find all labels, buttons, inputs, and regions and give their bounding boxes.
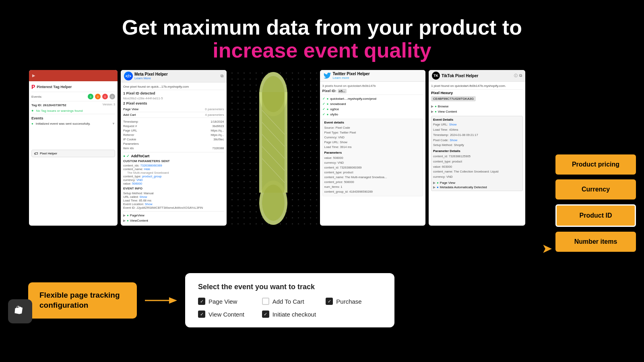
tiktok-load-time-val: 434ms bbox=[449, 128, 458, 133]
twitter-learn-more[interactable]: Learn more bbox=[333, 76, 370, 80]
meta-timestamp-label: Timestamp bbox=[123, 120, 138, 123]
initiate-checkout-checkbox-checked: ✓ bbox=[262, 311, 269, 318]
tiktok-value-label: value: bbox=[433, 165, 441, 169]
initiate-checkout-label: Initiate checkout bbox=[272, 311, 316, 318]
meta-learn-more[interactable]: Learn More bbox=[134, 76, 168, 80]
green-badge: 3 bbox=[88, 94, 93, 99]
twitter-source: Source: Pixel Code bbox=[324, 125, 421, 130]
meta-view-content-item: ViewContent bbox=[130, 219, 148, 222]
checkbox-view-content[interactable]: ✓ View Content bbox=[198, 311, 254, 318]
product-id-arrow: ➤ bbox=[542, 242, 551, 255]
meta-page-view-params: 0 parameters bbox=[205, 107, 224, 111]
pinterest-no-issues: No Tag issues or warnings found bbox=[36, 109, 83, 113]
tiktok-metadata-label: Metadata Automatically Detected bbox=[440, 185, 487, 189]
tiktok-page-view-label: Page View bbox=[440, 181, 455, 185]
twitter-pixel-id-label: Pixel ID: bbox=[322, 89, 337, 93]
headline-line1: Get maximum data from your product to bbox=[8, 16, 636, 39]
tiktok-value-val: 603000 bbox=[442, 165, 452, 169]
twitter-value: value: 508000 bbox=[324, 156, 421, 160]
twitter-content-type: content_type: product bbox=[324, 170, 421, 175]
meta-parameters-label: Parameters bbox=[123, 142, 139, 146]
red-badge: 0 bbox=[102, 94, 108, 99]
twitter-load-time: Load Time: 3914 ms bbox=[324, 145, 421, 150]
tiktok-panel-header: TK TikTok Pixel Helper ⓘ ⧉ bbox=[429, 70, 525, 82]
twitter-params-title: Parameters bbox=[324, 151, 421, 154]
meta-logo: </> bbox=[124, 72, 133, 80]
tiktok-pixel-code-label: Pixel Code: bbox=[433, 138, 448, 143]
orange-badge: 0 bbox=[95, 94, 101, 99]
tooltip-arrow-svg bbox=[145, 294, 177, 306]
flexible-tracking-text: Flexible page tracking configuration bbox=[39, 291, 120, 309]
twitter-currency-val: currency: VND bbox=[324, 160, 421, 165]
svg-rect-7 bbox=[262, 92, 285, 193]
checkbox-add-to-cart[interactable]: Add To Cart bbox=[262, 298, 318, 305]
twitter-content-group-id: content_group_id: 41843996590289 bbox=[324, 189, 421, 194]
tiktok-param-details-title: Parameter Details bbox=[433, 149, 521, 153]
meta-events-detected: 1 Pixel ID detected bbox=[123, 91, 224, 95]
twitter-pixel-id-val: o5... bbox=[338, 89, 347, 93]
tiktok-pixel-hexury: Pixel Hexury bbox=[431, 91, 523, 95]
meta-add-cart: Add Cart bbox=[123, 113, 136, 117]
pinterest-pixel-helper-btn[interactable]: 🏷 Pixel Helper bbox=[31, 150, 115, 157]
shopify-icon bbox=[8, 299, 32, 323]
meta-page-view: Page View bbox=[123, 107, 138, 111]
tiktok-content-id-val: 7326388125905 bbox=[449, 154, 471, 158]
tiktok-content-type-label: content_type: bbox=[433, 160, 451, 163]
twitter-content-name: content_name: The Multi-managed Snowboa.… bbox=[324, 175, 421, 180]
product-id-btn[interactable]: Product ID bbox=[555, 204, 636, 227]
checkbox-initiate-checkout[interactable]: ✓ Initiate checkout bbox=[262, 311, 318, 318]
checkboxes-grid: ✓ Page View Add To Cart ✓ Purchase ✓ Vie… bbox=[198, 298, 382, 318]
meta-external-link-icon[interactable]: ⧉ bbox=[221, 74, 223, 78]
twitter-panel: Twitter Pixel Helper Learn more 3 pixels… bbox=[320, 70, 426, 226]
meta-custom-params-title: CUSTOM PARAMETERS SENT bbox=[123, 159, 224, 163]
meta-ip-cookie-val: 38cf9ec bbox=[213, 138, 224, 141]
meta-referrer-label: Referrer bbox=[123, 133, 134, 137]
tiktok-event-details-title: Event Details bbox=[433, 118, 521, 121]
product-display-area bbox=[229, 70, 318, 226]
pinterest-events-title: Events bbox=[31, 116, 43, 120]
meta-pixel-found: One pixel found on quick...17b.myshopify… bbox=[123, 85, 224, 88]
meta-add-to-cart: AddToCart bbox=[131, 154, 149, 158]
meta-item-ids-label: Item ids bbox=[123, 146, 134, 150]
meta-page-url-val: https://q... bbox=[211, 129, 224, 132]
tiktok-external-link-icon[interactable]: ⧉ bbox=[519, 73, 522, 78]
twitter-panel-header: Twitter Pixel Helper Learn more bbox=[320, 70, 426, 82]
meta-panel-header: </> Meta Pixel Helper Learn More ⧉ bbox=[121, 70, 227, 82]
tiktok-panel: TK TikTok Pixel Helper ⓘ ⧉ 1 pixel found… bbox=[429, 70, 525, 226]
pinterest-red-bar: ▶ bbox=[29, 70, 118, 81]
page-view-label: Page View bbox=[208, 298, 237, 305]
tiktok-pixel-id-hash: CE4BF99C77U028TGKA3G bbox=[431, 96, 476, 101]
tiktok-panel-title: TikTok Pixel Helper bbox=[442, 74, 478, 78]
header: Get maximum data from your product to in… bbox=[0, 0, 644, 70]
tiktok-content-type-val: product bbox=[452, 160, 462, 163]
pinterest-events-label: Events: bbox=[31, 95, 42, 99]
add-to-cart-checkbox bbox=[262, 298, 269, 305]
meta-pixel-events: 2 Pixel events bbox=[123, 101, 224, 105]
tiktok-page-url-label: Page URL: bbox=[433, 122, 448, 128]
snowboard-svg bbox=[229, 70, 318, 226]
view-content-label: View Content bbox=[208, 311, 244, 318]
tiktok-browse-label: Browse bbox=[438, 105, 449, 108]
twitter-event-details-title: Event details bbox=[324, 121, 421, 124]
flexible-tracking-tooltip[interactable]: Flexible page tracking configuration bbox=[28, 282, 137, 318]
feature-buttons-container: Product pricing Currency Product ID Numb… bbox=[555, 154, 636, 252]
twitter-pixel-type: Pixel Type: Twitter Pixel bbox=[324, 130, 421, 135]
tiktok-view-content: View Content bbox=[438, 110, 457, 113]
pinterest-panel-title: Pinterest Tag Helper bbox=[37, 85, 72, 89]
meta-page-view-item: PageView bbox=[130, 214, 144, 217]
tiktok-setup-method-val: Shopify bbox=[454, 143, 464, 148]
event-selector-title: Select the event you want to track bbox=[198, 283, 382, 291]
pinterest-init-event: Initialized event was sent successfully. bbox=[36, 122, 91, 125]
view-content-checkbox-checked: ✓ bbox=[198, 311, 205, 318]
meta-timestamp-val: 1/18/2024 bbox=[211, 120, 224, 123]
product-pricing-btn[interactable]: Product pricing bbox=[555, 154, 636, 175]
number-items-btn[interactable]: Number items bbox=[555, 232, 636, 252]
twitter-content-price: content_price: 508000 bbox=[324, 180, 421, 185]
purchase-checkbox-checked: ✓ bbox=[326, 298, 333, 305]
gray-badge: 0 bbox=[109, 94, 115, 99]
currency-btn[interactable]: Currency bbox=[555, 179, 636, 200]
checkbox-page-view[interactable]: ✓ Page View bbox=[198, 298, 254, 305]
pinterest-panel: ▶ P Pinterest Tag Helper Events: 3 0 0 0 bbox=[29, 70, 118, 226]
checkbox-purchase[interactable]: ✓ Purchase bbox=[326, 298, 382, 305]
headline-line2: increase event quality bbox=[8, 39, 636, 62]
